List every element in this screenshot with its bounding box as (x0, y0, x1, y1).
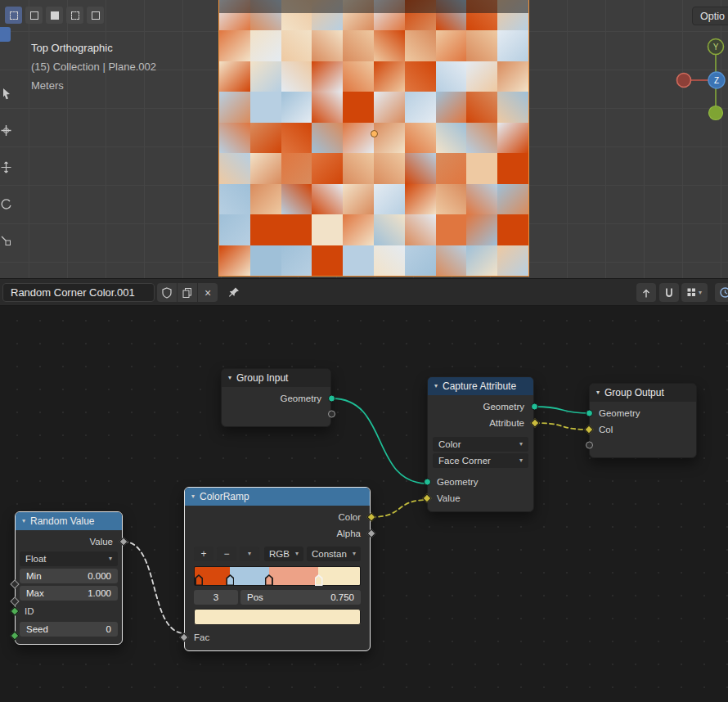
data-type-dropdown[interactable]: Float ▾ (20, 551, 118, 566)
blender-window: Optio Top Orthographic (15) Collection |… (0, 0, 728, 702)
min-field[interactable]: Min 0.000 (20, 569, 118, 583)
field-value: 0 (106, 624, 111, 634)
add-stop-button[interactable]: + (194, 547, 213, 561)
socket-label: ID (25, 606, 34, 616)
overlay-toggle-button[interactable] (715, 283, 728, 302)
node-header[interactable]: ▾ Capture Attribute (428, 377, 533, 395)
node-editor-header: Random Corner Color.001 × ▾ (0, 278, 728, 306)
node-header[interactable]: ▾ Group Output (590, 384, 696, 402)
scale-tool-icon[interactable] (0, 234, 12, 249)
node-random-value[interactable]: ▾ Random Value Value Float ▾ Min 0.000 M… (15, 511, 123, 645)
interpolation-dropdown[interactable]: Constan ▾ (307, 547, 361, 561)
dropdown-value: Face Corner (438, 456, 491, 466)
node-group-input[interactable]: ▾ Group Input Geometry (221, 368, 331, 427)
chevron-down-icon: ▾ (353, 551, 356, 557)
node-colorramp[interactable]: ▾ ColorRamp Color Alpha + − ▾ (184, 487, 371, 651)
socket-label: Geometry (483, 402, 525, 412)
ramp-stop-marker[interactable] (315, 574, 323, 586)
select-mode-new-icon[interactable] (5, 7, 22, 24)
plane-cell (343, 61, 374, 92)
color-mode-dropdown[interactable]: RGB ▾ (264, 547, 303, 561)
geometry-input-socket[interactable] (424, 479, 431, 486)
unlink-button[interactable]: × (198, 283, 218, 302)
plane-cell (281, 30, 312, 61)
select-mode-intersect-icon[interactable] (87, 7, 104, 24)
gizmo-x-axis-ball[interactable] (677, 74, 691, 88)
virtual-output-socket[interactable] (328, 411, 335, 418)
node-header[interactable]: ▾ Group Input (222, 369, 330, 387)
geometry-input-socket[interactable] (586, 410, 593, 417)
snapping-options-button[interactable]: ▾ (681, 283, 708, 302)
rotate-tool-icon[interactable] (0, 197, 12, 212)
plane-cell (250, 153, 281, 183)
gizmo-y-axis-ball[interactable]: Y (708, 39, 724, 55)
active-index-field[interactable]: 3 (194, 590, 238, 605)
plane-cell (219, 153, 250, 183)
virtual-input-socket[interactable] (586, 442, 593, 449)
select-mode-extend-icon[interactable] (25, 7, 43, 24)
new-tree-button[interactable] (178, 283, 197, 302)
geometry-output-socket[interactable] (531, 403, 538, 411)
plane-cell (219, 61, 250, 92)
node-capture-attribute[interactable]: ▾ Capture Attribute Geometry Attribute C… (427, 376, 534, 512)
select-tool-icon[interactable] (0, 87, 12, 101)
node-title: Capture Attribute (443, 380, 516, 392)
geometry-output-socket[interactable] (328, 395, 335, 403)
node-header[interactable]: ▾ Random Value (16, 512, 122, 530)
plane-cell (405, 30, 436, 61)
select-mode-subtract-icon[interactable] (46, 7, 63, 24)
collapse-icon[interactable]: ▾ (434, 383, 438, 389)
plane-cell (219, 214, 250, 245)
gizmo-z-axis-ball[interactable]: Z (708, 72, 725, 88)
select-mode-invert-icon[interactable] (66, 7, 83, 24)
parent-tree-button[interactable] (636, 283, 656, 302)
plane-cell (219, 92, 250, 122)
collapse-icon[interactable]: ▾ (228, 375, 231, 381)
node-header[interactable]: ▾ ColorRamp (185, 488, 370, 506)
pin-button[interactable] (224, 283, 244, 302)
socket-label: Value (89, 537, 113, 547)
ramp-options-dropdown[interactable]: ▾ (240, 547, 259, 561)
plane-cell (250, 184, 281, 214)
plane-cell (219, 245, 250, 276)
plane-cell (281, 92, 312, 122)
chevron-down-icon: ▾ (699, 290, 702, 296)
svg-text:Y: Y (713, 43, 719, 52)
viewport-3d: Optio Top Orthographic (15) Collection |… (0, 0, 728, 278)
move-tool-icon[interactable] (0, 160, 12, 175)
snap-button[interactable] (659, 283, 679, 302)
max-field[interactable]: Max 1.000 (20, 586, 118, 601)
plane-cell (436, 184, 467, 214)
options-button[interactable]: Optio (692, 7, 728, 25)
active-stop-swatch[interactable] (194, 609, 361, 625)
node-link (535, 407, 590, 413)
navigation-gizmo[interactable]: Y Z (671, 33, 728, 123)
fake-user-button[interactable] (157, 283, 177, 302)
collapse-icon[interactable]: ▾ (596, 389, 600, 396)
data-type-dropdown[interactable]: Color ▾ (433, 437, 528, 452)
socket-label: Attribute (489, 418, 524, 428)
collapse-icon[interactable]: ▾ (191, 493, 195, 500)
plane-cell (436, 245, 467, 276)
position-field[interactable]: Pos 0.750 (240, 590, 361, 605)
plane-cell (312, 30, 343, 61)
plane-cell (405, 92, 436, 122)
domain-dropdown[interactable]: Face Corner ▾ (433, 453, 528, 468)
collapse-icon[interactable]: ▾ (22, 518, 25, 524)
node-graph[interactable]: ▾ Group Input Geometry ▾ Capture Attribu… (0, 306, 728, 702)
seed-field[interactable]: Seed 0 (20, 622, 118, 637)
remove-stop-button[interactable]: − (217, 547, 236, 561)
ramp-stop-marker[interactable] (226, 574, 234, 586)
field-label: Min (26, 571, 42, 581)
editor-type-icon[interactable] (0, 27, 11, 42)
cursor-tool-icon[interactable] (0, 124, 12, 138)
colorramp-bar[interactable] (194, 566, 361, 586)
ramp-stop-marker[interactable] (195, 574, 203, 586)
node-group-output[interactable]: ▾ Group Output Geometry Col (589, 383, 697, 458)
plane-cell (466, 61, 497, 92)
node-title: Group Output (604, 387, 664, 398)
gizmo-y-neg-ball[interactable] (709, 106, 723, 120)
ramp-stop-marker[interactable] (265, 574, 273, 586)
plane-object[interactable] (219, 0, 528, 276)
tree-name-field[interactable]: Random Corner Color.001 (2, 283, 155, 302)
